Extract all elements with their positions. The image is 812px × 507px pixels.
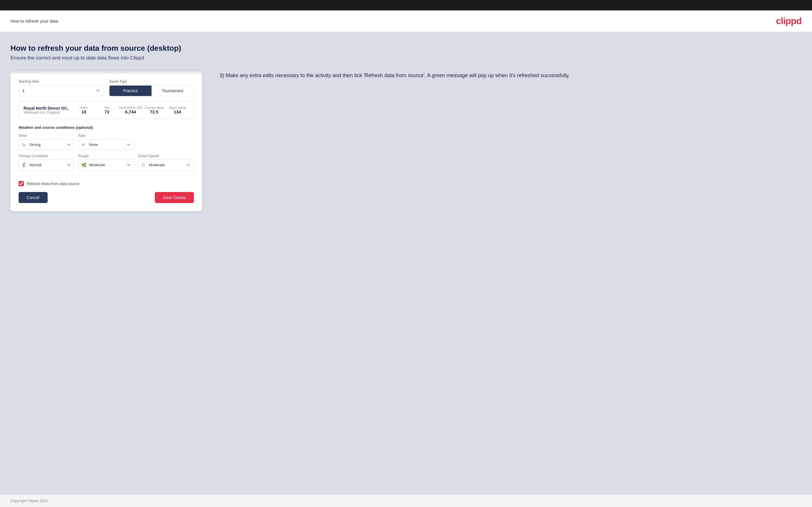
empty-group <box>138 134 194 150</box>
rain-group: Rain ☀ None <box>79 134 134 150</box>
yards-stat: Yards/White (M)) 6,744 <box>119 106 143 115</box>
side-instruction: 3) Make any extra edits necessary to the… <box>219 71 802 80</box>
course-row: Royal North Devon GC, Westward Ho!, Engl… <box>19 102 194 119</box>
refresh-checkbox-label: Refresh shots from data source <box>27 181 79 186</box>
fairway-group: Fairway Conditions 🏌 Normal <box>18 154 74 170</box>
course-name: Royal North Devon GC, Westward Ho!, Engl… <box>23 106 72 115</box>
course-rating-stat: Course rating 72.5 <box>143 106 166 115</box>
green-speed-select[interactable]: Moderate <box>138 160 194 170</box>
wind-wrapper: 🌬 Strong <box>18 139 74 150</box>
header-title: How to refresh your data <box>10 18 58 23</box>
divider <box>18 175 194 176</box>
fairway-select[interactable]: Normal <box>18 160 74 170</box>
top-bar <box>0 0 812 10</box>
green-speed-group: Green Speed ⏱ Moderate <box>138 154 194 170</box>
par-label: Par <box>96 106 119 109</box>
wind-label: Wind <box>18 134 74 138</box>
holes-stat: Holes 18 <box>72 106 96 115</box>
course-rating-value: 72.5 <box>150 109 158 114</box>
rough-label: Rough <box>79 154 134 158</box>
refresh-checkbox[interactable] <box>18 181 24 186</box>
rough-wrapper: 🌿 Moderate <box>79 160 134 170</box>
wind-group: Wind 🌬 Strong <box>18 134 74 150</box>
main-content: How to refresh your data from source (de… <box>0 32 812 495</box>
slope-rating-label: Slope rating <box>166 106 189 109</box>
button-row: Cancel Save Details <box>18 192 194 203</box>
side-text: 3) Make any extra edits necessary to the… <box>219 71 802 80</box>
refresh-checkbox-row: Refresh shots from data source <box>18 181 194 186</box>
weather-section-title: Weather and course conditions (optional) <box>18 125 194 130</box>
green-speed-label: Green Speed <box>138 154 194 158</box>
course-name-main: Royal North Devon GC, <box>23 106 72 111</box>
green-speed-wrapper: ⏱ Moderate <box>138 160 194 170</box>
course-rating-label: Course rating <box>143 106 166 109</box>
par-stat: Par 72 <box>96 106 119 115</box>
game-type-group: Game Type Practice Tournament <box>109 79 194 96</box>
par-value: 72 <box>104 109 109 114</box>
cancel-button[interactable]: Cancel <box>18 192 48 203</box>
fairway-label: Fairway Conditions <box>18 154 74 158</box>
rain-select[interactable]: None <box>79 139 134 150</box>
holes-label: Holes <box>72 106 96 109</box>
course-name-sub: Westward Ho!, England <box>23 111 72 115</box>
yards-label: Yards/White (M)) <box>119 106 143 109</box>
yards-value: 6,744 <box>125 109 136 114</box>
practice-button[interactable]: Practice <box>109 86 152 96</box>
game-type-toggle: Practice Tournament <box>109 85 194 96</box>
logo: clippd <box>776 16 802 26</box>
copyright: Copyright Clippd 2022 <box>10 499 48 503</box>
starting-hole-label: Starting Hole <box>18 79 103 83</box>
page-heading: How to refresh your data from source (de… <box>10 44 802 53</box>
content-area: Starting Hole 1 Game Type Practice Tourn… <box>10 71 802 211</box>
starting-hole-select[interactable]: 1 <box>18 85 103 96</box>
game-type-label: Game Type <box>109 79 194 83</box>
fairway-wrapper: 🏌 Normal <box>18 160 74 170</box>
tournament-button[interactable]: Tournament <box>152 86 194 96</box>
slope-rating-value: 134 <box>173 109 181 114</box>
header: How to refresh your data clippd <box>0 10 812 32</box>
holes-value: 18 <box>81 109 86 114</box>
page-subheading: Ensure the correct and most up to date d… <box>10 55 802 61</box>
course-table: Royal North Devon GC, Westward Ho!, Engl… <box>18 102 194 119</box>
wind-rain-row: Wind 🌬 Strong Rain ☀ None <box>18 134 194 150</box>
card-top-strip <box>10 71 202 74</box>
edit-card: Starting Hole 1 Game Type Practice Tourn… <box>10 71 202 211</box>
rain-label: Rain <box>79 134 134 138</box>
conditions-row: Fairway Conditions 🏌 Normal Rough 🌿 Mode… <box>18 154 194 170</box>
rough-group: Rough 🌿 Moderate <box>79 154 134 170</box>
starting-hole-group: Starting Hole 1 <box>18 79 103 96</box>
rain-wrapper: ☀ None <box>79 139 134 150</box>
form-row-top: Starting Hole 1 Game Type Practice Tourn… <box>18 79 194 96</box>
rough-select[interactable]: Moderate <box>79 160 134 170</box>
slope-rating-stat: Slope rating 134 <box>166 106 189 115</box>
footer: Copyright Clippd 2022 <box>0 495 812 507</box>
wind-select[interactable]: Strong <box>18 139 74 150</box>
save-details-button[interactable]: Save Details <box>155 192 194 203</box>
